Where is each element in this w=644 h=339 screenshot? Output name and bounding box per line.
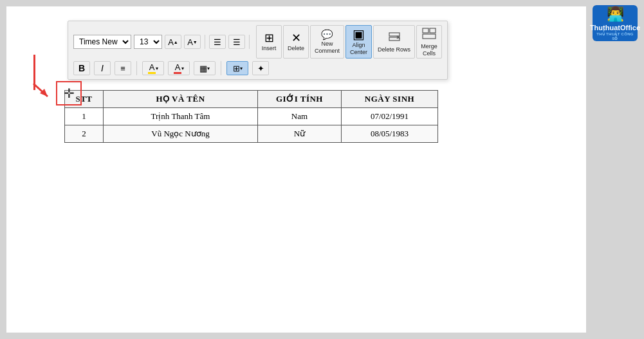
cell-dob-2: 08/05/1983 bbox=[342, 125, 438, 143]
highlight-icon: A bbox=[148, 62, 156, 74]
svg-rect-0 bbox=[389, 33, 400, 36]
align-center-button[interactable]: ▣ AlignCenter bbox=[345, 25, 372, 59]
big-buttons-group: ⊞ Insert ✕ Delete 💬 NewComment ▣ AlignCe… bbox=[256, 25, 442, 59]
cell-gender-1: Nam bbox=[258, 108, 342, 125]
col-header-gender: GIỚI TÍNH bbox=[258, 91, 342, 108]
table-header-row: STT HỌ VÀ TÊN GIỚI TÍNH NGÀY SINH bbox=[65, 91, 438, 108]
cell-name-1: Trịnh Thanh Tâm bbox=[104, 108, 258, 125]
font-color-button[interactable]: A ▾ bbox=[168, 61, 190, 75]
merge-cells-label: MergeCells bbox=[421, 43, 437, 57]
svg-rect-5 bbox=[430, 28, 436, 33]
delete-rows-icon bbox=[388, 30, 401, 45]
font-color-icon: A bbox=[174, 62, 182, 74]
logo-sub: THỦ THUẬT CÔNG SỐ bbox=[595, 32, 635, 41]
align-center-icon: ▣ bbox=[353, 28, 365, 41]
delete-button[interactable]: ✕ Delete bbox=[283, 25, 309, 59]
highlight-dropdown-icon: ▾ bbox=[156, 66, 158, 71]
clear-format-button[interactable]: ✦ bbox=[252, 61, 269, 75]
separator-2 bbox=[249, 35, 250, 49]
shading-button[interactable]: ▦ ▾ bbox=[194, 61, 216, 75]
bold-button[interactable]: B bbox=[73, 61, 90, 75]
logo-icon: 👨‍💻 bbox=[607, 6, 624, 23]
cell-gender-2: Nữ bbox=[258, 125, 342, 143]
insert-label: Insert bbox=[262, 45, 277, 52]
cell-dob-1: 07/02/1991 bbox=[342, 108, 438, 125]
separator-3 bbox=[136, 61, 137, 75]
insert-icon: ⊞ bbox=[264, 32, 274, 44]
delete-label: Delete bbox=[288, 45, 304, 52]
delete-icon: ✕ bbox=[291, 32, 301, 44]
logo-area: 👨‍💻 ThuthuatOffice THỦ THUẬT CÔNG SỐ bbox=[593, 5, 638, 41]
highlight-button[interactable]: A ▾ bbox=[142, 61, 164, 75]
borders-dropdown-icon: ▾ bbox=[240, 66, 243, 71]
clear-format-icon: ✦ bbox=[257, 64, 264, 73]
merge-cells-icon bbox=[422, 27, 436, 42]
table-row: 2 Vũ Ngọc Nương Nữ 08/05/1983 bbox=[65, 125, 438, 143]
arrow-diagonal bbox=[21, 80, 53, 100]
move-cursor-box: ✛ bbox=[56, 81, 82, 105]
cell-name-2: Vũ Ngọc Nương bbox=[104, 125, 258, 143]
delete-rows-label: Delete Rows bbox=[378, 46, 410, 53]
borders-icon: ⊞ bbox=[233, 64, 240, 73]
toolbar-row1: Times New Arial Calibri 13 11 12 14 A▲ A… bbox=[73, 25, 442, 59]
insert-button[interactable]: ⊞ Insert bbox=[256, 25, 282, 59]
list-bullet-button[interactable]: ☰ bbox=[209, 35, 226, 49]
logo-box: 👨‍💻 ThuthuatOffice THỦ THUẬT CÔNG SỐ bbox=[593, 5, 638, 41]
cell-stt-1: 1 bbox=[65, 108, 104, 125]
shading-dropdown-icon: ▾ bbox=[207, 66, 210, 71]
grow-font-button[interactable]: A▲ bbox=[165, 35, 181, 49]
toolbar: Times New Arial Calibri 13 11 12 14 A▲ A… bbox=[68, 21, 448, 80]
table-row: 1 Trịnh Thanh Tâm Nam 07/02/1991 bbox=[65, 108, 438, 125]
svg-rect-6 bbox=[423, 34, 436, 39]
borders-button[interactable]: ⊞ ▾ bbox=[226, 61, 248, 75]
font-color-dropdown-icon: ▾ bbox=[181, 66, 184, 71]
new-comment-label: NewComment bbox=[315, 41, 340, 55]
delete-rows-button[interactable]: Delete Rows bbox=[373, 25, 415, 59]
logo-name: ThuthuatOffice bbox=[590, 24, 640, 32]
cell-stt-2: 2 bbox=[65, 125, 104, 143]
shrink-font-button[interactable]: A▼ bbox=[184, 35, 201, 49]
toolbar-row2: B I ≡ A ▾ A ▾ ▦ ▾ ⊞ ▾ ✦ bbox=[73, 61, 442, 75]
data-table: STT HỌ VÀ TÊN GIỚI TÍNH NGÀY SINH 1 Trịn… bbox=[64, 90, 438, 143]
align-button[interactable]: ≡ bbox=[115, 61, 131, 75]
font-family-select[interactable]: Times New Arial Calibri bbox=[73, 35, 131, 49]
italic-button[interactable]: I bbox=[94, 61, 111, 75]
new-comment-button[interactable]: 💬 NewComment bbox=[310, 25, 344, 59]
separator-4 bbox=[221, 61, 221, 75]
align-center-label: AlignCenter bbox=[350, 42, 367, 56]
merge-cells-button[interactable]: MergeCells bbox=[416, 25, 442, 59]
col-header-name: HỌ VÀ TÊN bbox=[104, 91, 258, 108]
font-size-select[interactable]: 13 11 12 14 bbox=[134, 35, 162, 49]
new-comment-icon: 💬 bbox=[321, 30, 333, 39]
svg-rect-4 bbox=[423, 28, 428, 33]
move-cursor-icon: ✛ bbox=[64, 86, 75, 101]
shading-icon: ▦ bbox=[199, 64, 207, 73]
col-header-dob: NGÀY SINH bbox=[342, 91, 438, 108]
list-number-button[interactable]: ☰ bbox=[228, 35, 245, 49]
table-container: STT HỌ VÀ TÊN GIỚI TÍNH NGÀY SINH 1 Trịn… bbox=[64, 90, 644, 143]
separator-1 bbox=[205, 35, 205, 49]
